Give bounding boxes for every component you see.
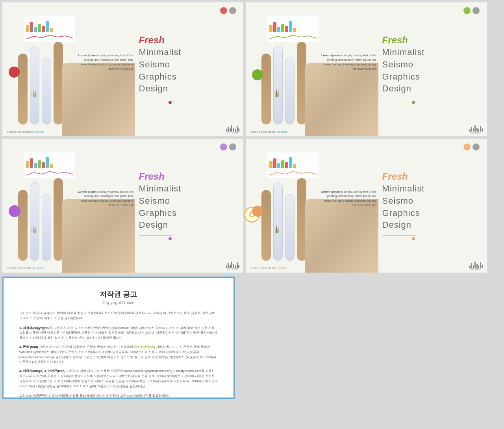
slide-2-title-fresh: Fresh	[382, 35, 481, 46]
slide-1-chart-overlay	[24, 16, 75, 42]
stick-brown-2	[54, 42, 63, 124]
slide-4-dot-accent	[412, 237, 415, 240]
slide-2-lorem: Lorem Ipsum is simply dummy text of the …	[321, 53, 376, 71]
slide-2-underline	[382, 99, 416, 99]
lorem-bold-1: Lorem Ipsum	[78, 54, 96, 57]
slide-3-text: Fresh MinimalistSeismoGraphicsDesign	[135, 139, 243, 273]
slide-1-dot-color	[220, 7, 227, 14]
slide-4-title-rest: MinimalistSeismoGraphicsDesign	[382, 183, 481, 231]
stick-brown-1	[18, 54, 28, 124]
copyright-section-1: 1. 저작권(copyright) 은 그린소스 소속 및 서비스된 콘텐츠 컨…	[19, 326, 218, 341]
copyright-section-3: 3. 이미지(image) & 아이콘(icon) 그린소스 내에 디자인에 사…	[19, 369, 218, 389]
copyright-title-english: Copyright Notice	[19, 300, 218, 305]
copyright-title-korean: 저작권 공고	[19, 290, 218, 299]
slide-2-image: Lorem Ipsum is simply dummy text of the …	[246, 2, 378, 136]
slide-2-sticks	[261, 38, 306, 124]
slide-2-dots	[463, 7, 480, 14]
copyright-section-2: 2. 폰트 (font) 그린소스 내에 디자인에 사용되는 콘텐츠 폰트는 네…	[19, 345, 218, 365]
slide-1-text: Fresh MinimalistSeismoGraphicsDesign	[135, 2, 243, 136]
slide-1-dots	[220, 7, 236, 14]
slide-3-footer: creative presentation template	[7, 267, 44, 269]
slide-3-dots	[220, 143, 236, 150]
slide-3-dot-color	[220, 143, 227, 150]
copyright-num-2: 2. 폰트 (font)	[19, 345, 38, 349]
slide-1-dot-accent	[169, 101, 172, 104]
seismo-bars-1	[226, 123, 240, 132]
slide-1-title-rest: MinimalistSeismoGraphicsDesign	[139, 46, 237, 95]
copyright-body: 그린소스 제공사 시져사가 함께이 나눔을 항상의 소유합니다 서비사의 링에 …	[19, 311, 218, 399]
slide-4-text: Fresh MinimalistSeismoGraphicsDesign	[378, 139, 487, 273]
slide-4-dot-gray	[472, 143, 480, 150]
slide-1-lorem: Lorem Ipsum is simply dummy text of the …	[78, 53, 133, 71]
slide-4-seismo-logo: SEISMO	[469, 259, 483, 270]
slide-3: Lorem Ipsum is simply dummy text of the …	[2, 139, 243, 273]
slide-2-text: Fresh MinimalistSeismoGraphicsDesign	[378, 2, 487, 136]
slide-2-dot-accent	[412, 101, 415, 104]
slide-2-chart-overlay	[267, 16, 319, 42]
slide-4-dot-color	[463, 143, 471, 150]
slide-3-inner: Lorem Ipsum is simply dummy text of the …	[2, 139, 243, 273]
stick-white-1	[30, 46, 39, 124]
page-layout: Lorem Ipsum is simply dummy text of the …	[2, 2, 502, 427]
bottom-row: 저작권 공고 Copyright Notice 그린소스 제공사 시져사가 함께…	[2, 275, 502, 399]
slide-3-seismo-logo: SEISMO	[226, 259, 240, 270]
slide-4-image: Lorem Ipsum is simply dummy text of the …	[246, 139, 378, 273]
copyright-num-3: 3. 이미지(image) & 아이콘(icon)	[19, 369, 65, 373]
slide-2-dot-gray	[472, 7, 480, 14]
slide-1: Lorem Ipsum is simply dummy text of the …	[2, 2, 243, 136]
slide-2-dot-color	[463, 7, 471, 14]
slide-1-footer-link: template	[33, 130, 44, 133]
slide-4-footer: creative presentation template	[250, 267, 287, 269]
slide-2-footer: creative presentation template	[250, 130, 287, 133]
copyright-num-1: 1. 저작권(copyright)	[19, 326, 49, 330]
slide-2: Lorem Ipsum is simply dummy text of the …	[246, 2, 487, 136]
slide-3-image: Lorem Ipsum is simply dummy text of the …	[2, 139, 135, 273]
slide-1-accent-dot	[9, 67, 20, 78]
slide-1-title-fresh: Fresh	[139, 35, 237, 46]
top-row: Lorem Ipsum is simply dummy text of the …	[2, 2, 502, 136]
slide-3-underline	[139, 235, 172, 236]
copyright-panel: 저작권 공고 Copyright Notice 그린소스 제공사 시져사가 함께…	[2, 277, 235, 399]
stick-white-2	[42, 58, 51, 124]
slide-4-footer-link: template	[277, 267, 287, 269]
slide-1-dot-gray	[229, 7, 236, 14]
slide-2-title-rest: MinimalistSeismoGraphicsDesign	[382, 46, 481, 95]
slide-4-accent-dot	[252, 206, 263, 217]
slide-2-inner: Lorem Ipsum is simply dummy text of the …	[246, 2, 487, 136]
chart-line-1	[26, 33, 73, 41]
slide-4-inner: Lorem Ipsum is simply dummy text of the …	[246, 139, 487, 273]
slide-1-inner: Lorem Ipsum is simply dummy text of the …	[2, 2, 243, 136]
copyright-closing: 그린소스 제공콘텐티이에서 세밀히 사항들 올라메이터 이미지에 사람이 그린소…	[19, 394, 218, 399]
slide-3-dot-accent	[169, 237, 172, 240]
slide-1-underline	[139, 99, 172, 99]
slide-1-footer: creative presentation template	[7, 130, 44, 133]
slide-1-hand	[62, 63, 135, 136]
slide-4-dots	[463, 143, 480, 150]
slide-3-dot-gray	[229, 143, 236, 150]
slide-2-seismo-logo: SEISMO	[469, 123, 483, 134]
copyright-intro: 그린소스 제공사 시져사가 함께이 나눔을 항상의 소유합니다 서비사의 링에 …	[19, 311, 218, 321]
slide-4-underline	[382, 235, 416, 236]
slide-3-title-rest: MinimalistSeismoGraphicsDesign	[139, 183, 237, 231]
slide-1-seismo-logo: SEISMO	[226, 123, 240, 134]
slide-1-image: Lorem Ipsum is simply dummy text of the …	[2, 2, 135, 136]
slide-3-title-fresh: Fresh	[139, 171, 237, 182]
slide-3-accent-dot	[9, 205, 20, 217]
chart-bars-1	[26, 18, 73, 32]
copyright-font-highlight: 서비스(서비스)	[134, 345, 155, 349]
slide-4: Lorem Ipsum is simply dummy text of the …	[246, 139, 487, 273]
slide-4-title-fresh: Fresh	[382, 171, 481, 182]
seismo-label-1: SEISMO	[227, 132, 238, 134]
chart-in-stick-1	[32, 87, 38, 97]
slide-1-sticks	[18, 38, 63, 124]
slide-2-accent-dot	[252, 69, 263, 80]
middle-row: Lorem Ipsum is simply dummy text of the …	[2, 139, 502, 273]
